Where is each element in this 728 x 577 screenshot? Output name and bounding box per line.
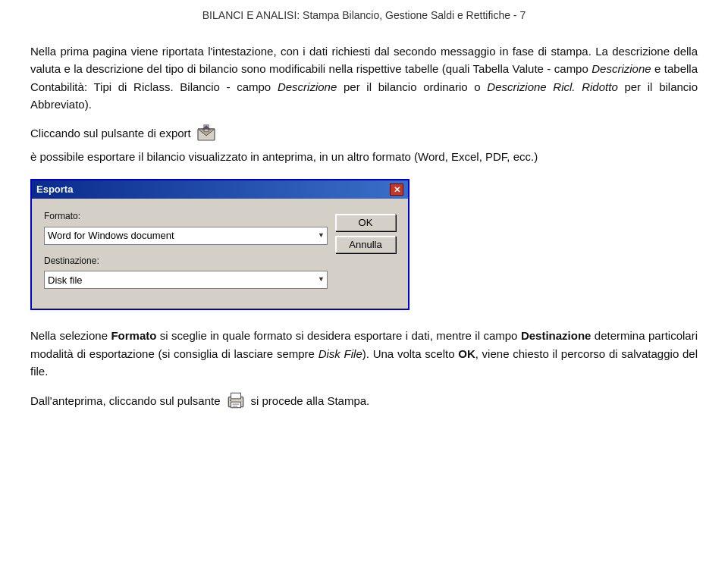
bottom-paragraph: Nella selezione Formato si sceglie in qu… [30,327,698,380]
svg-point-9 [229,400,231,401]
cancel-button[interactable]: Annulla [335,236,396,253]
export-paragraph: Cliccando sul pulsante di export è possi… [30,124,698,165]
dialog-body: Formato: Word for Windows document Desti… [32,199,408,309]
svg-rect-5 [231,393,240,399]
destination-label: Destinazione: [44,254,328,268]
main-content: Nella prima pagina viene riportata l'int… [30,35,698,410]
dialog-title: Esporta [36,182,73,197]
stamp-paragraph: Dall'anteprima, cliccando sul pulsante s… [30,390,698,410]
svg-rect-8 [232,406,237,407]
paragraph-1: Nella prima pagina viene riportata l'int… [30,42,698,113]
stamp-text-after: si procede alla Stampa. [251,392,370,409]
svg-rect-7 [232,403,239,405]
page-title: BILANCI E ANALISI: Stampa Bilancio, Gest… [202,9,526,21]
dialog-close-button[interactable]: ✕ [390,183,403,196]
destination-select-wrapper: Disk file [44,271,328,289]
stamp-text-before: Dall'anteprima, cliccando sul pulsante [30,392,221,409]
destination-select[interactable]: Disk file [44,271,328,289]
format-select-wrapper: Word for Windows document [44,227,328,245]
bottom-text: Nella selezione Formato si sceglie in qu… [30,329,698,378]
dialog-left-panel: Formato: Word for Windows document Desti… [44,209,328,298]
format-label: Formato: [44,209,328,224]
dialog-container: Esporta ✕ Formato: Word for Windows docu… [30,179,698,310]
export-icon [196,124,217,143]
p1-text: Nella prima pagina viene riportata l'int… [30,45,698,111]
format-select[interactable]: Word for Windows document [44,227,328,245]
svg-marker-3 [202,125,211,130]
dialog-right-panel: OK Annulla [335,209,396,298]
export-dialog: Esporta ✕ Formato: Word for Windows docu… [30,179,410,310]
dialog-titlebar: Esporta ✕ [32,180,408,199]
export-text-before: Cliccando sul pulsante di export [30,124,191,142]
ok-button[interactable]: OK [335,214,396,231]
page-header: BILANCI E ANALISI: Stampa Bilancio, Gest… [30,0,698,35]
export-text-after: è possibile esportare il bilancio visual… [30,148,538,165]
printer-icon [225,390,246,410]
